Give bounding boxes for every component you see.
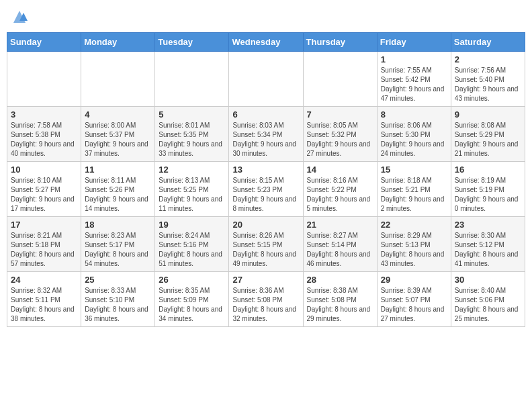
- weekday-header: Saturday: [451, 33, 525, 52]
- day-info: Sunrise: 8:33 AM Sunset: 5:10 PM Dayligh…: [85, 286, 151, 324]
- calendar-week-row: 10Sunrise: 8:10 AM Sunset: 5:27 PM Dayli…: [7, 162, 525, 217]
- page-header: [7, 7, 525, 27]
- day-info: Sunrise: 8:01 AM Sunset: 5:35 PM Dayligh…: [159, 121, 225, 158]
- calendar-cell: 9Sunrise: 8:08 AM Sunset: 5:29 PM Daylig…: [451, 107, 525, 162]
- day-number: 18: [85, 220, 151, 230]
- day-info: Sunrise: 8:13 AM Sunset: 5:25 PM Dayligh…: [159, 176, 225, 214]
- weekday-header: Tuesday: [155, 33, 229, 52]
- day-number: 15: [381, 165, 447, 175]
- day-number: 25: [85, 275, 151, 285]
- calendar-cell: 14Sunrise: 8:16 AM Sunset: 5:22 PM Dayli…: [303, 162, 377, 217]
- day-info: Sunrise: 8:06 AM Sunset: 5:30 PM Dayligh…: [381, 121, 447, 158]
- calendar-cell: 27Sunrise: 8:36 AM Sunset: 5:08 PM Dayli…: [229, 272, 303, 327]
- weekday-header: Friday: [377, 33, 451, 52]
- calendar-week-row: 3Sunrise: 7:58 AM Sunset: 5:38 PM Daylig…: [7, 107, 525, 162]
- weekday-header: Wednesday: [229, 33, 303, 52]
- day-info: Sunrise: 8:15 AM Sunset: 5:23 PM Dayligh…: [232, 176, 299, 214]
- weekday-row: SundayMondayTuesdayWednesdayThursdayFrid…: [7, 33, 525, 52]
- day-number: 5: [159, 109, 225, 120]
- calendar-header: SundayMondayTuesdayWednesdayThursdayFrid…: [7, 33, 525, 52]
- day-number: 6: [232, 109, 299, 120]
- calendar-cell: 30Sunrise: 8:40 AM Sunset: 5:06 PM Dayli…: [451, 272, 525, 327]
- weekday-header: Monday: [81, 33, 155, 52]
- day-number: 12: [159, 165, 225, 175]
- calendar-cell: 16Sunrise: 8:19 AM Sunset: 5:19 PM Dayli…: [451, 162, 525, 217]
- day-number: 17: [11, 220, 77, 230]
- day-number: 1: [381, 54, 447, 64]
- day-info: Sunrise: 8:08 AM Sunset: 5:29 PM Dayligh…: [455, 121, 521, 158]
- day-info: Sunrise: 8:27 AM Sunset: 5:14 PM Dayligh…: [307, 231, 373, 269]
- logo-icon: [9, 7, 30, 27]
- calendar-cell: 3Sunrise: 7:58 AM Sunset: 5:38 PM Daylig…: [7, 107, 81, 162]
- calendar-cell: [229, 52, 303, 107]
- calendar-cell: [303, 52, 377, 107]
- day-info: Sunrise: 8:30 AM Sunset: 5:12 PM Dayligh…: [455, 231, 521, 269]
- day-number: 27: [232, 275, 299, 285]
- calendar-cell: 28Sunrise: 8:38 AM Sunset: 5:08 PM Dayli…: [303, 272, 377, 327]
- calendar-body: 1Sunrise: 7:55 AM Sunset: 5:42 PM Daylig…: [7, 52, 525, 327]
- calendar-cell: 8Sunrise: 8:06 AM Sunset: 5:30 PM Daylig…: [377, 107, 451, 162]
- calendar-cell: [81, 52, 155, 107]
- day-number: 3: [11, 109, 77, 120]
- calendar-week-row: 24Sunrise: 8:32 AM Sunset: 5:11 PM Dayli…: [7, 272, 525, 327]
- day-number: 2: [455, 54, 521, 64]
- calendar-week-row: 1Sunrise: 7:55 AM Sunset: 5:42 PM Daylig…: [7, 52, 525, 107]
- day-info: Sunrise: 8:03 AM Sunset: 5:34 PM Dayligh…: [232, 121, 299, 158]
- calendar-cell: 15Sunrise: 8:18 AM Sunset: 5:21 PM Dayli…: [377, 162, 451, 217]
- day-info: Sunrise: 8:29 AM Sunset: 5:13 PM Dayligh…: [381, 231, 447, 269]
- day-info: Sunrise: 8:21 AM Sunset: 5:18 PM Dayligh…: [11, 231, 77, 269]
- day-number: 22: [381, 220, 447, 230]
- day-number: 4: [85, 109, 151, 120]
- weekday-header: Sunday: [7, 33, 81, 52]
- calendar-cell: 13Sunrise: 8:15 AM Sunset: 5:23 PM Dayli…: [229, 162, 303, 217]
- day-info: Sunrise: 8:11 AM Sunset: 5:26 PM Dayligh…: [85, 176, 151, 214]
- calendar-cell: 23Sunrise: 8:30 AM Sunset: 5:12 PM Dayli…: [451, 217, 525, 272]
- day-info: Sunrise: 8:16 AM Sunset: 5:22 PM Dayligh…: [307, 176, 373, 214]
- logo: [9, 7, 32, 27]
- calendar-cell: 5Sunrise: 8:01 AM Sunset: 5:35 PM Daylig…: [155, 107, 229, 162]
- day-info: Sunrise: 8:23 AM Sunset: 5:17 PM Dayligh…: [85, 231, 151, 269]
- calendar-week-row: 17Sunrise: 8:21 AM Sunset: 5:18 PM Dayli…: [7, 217, 525, 272]
- day-info: Sunrise: 8:00 AM Sunset: 5:37 PM Dayligh…: [85, 121, 151, 158]
- calendar-cell: 24Sunrise: 8:32 AM Sunset: 5:11 PM Dayli…: [7, 272, 81, 327]
- day-info: Sunrise: 8:32 AM Sunset: 5:11 PM Dayligh…: [11, 286, 77, 324]
- day-info: Sunrise: 8:19 AM Sunset: 5:19 PM Dayligh…: [455, 176, 521, 214]
- calendar-cell: 26Sunrise: 8:35 AM Sunset: 5:09 PM Dayli…: [155, 272, 229, 327]
- calendar-cell: 20Sunrise: 8:26 AM Sunset: 5:15 PM Dayli…: [229, 217, 303, 272]
- calendar-cell: 7Sunrise: 8:05 AM Sunset: 5:32 PM Daylig…: [303, 107, 377, 162]
- calendar-cell: [155, 52, 229, 107]
- day-info: Sunrise: 8:18 AM Sunset: 5:21 PM Dayligh…: [381, 176, 447, 214]
- day-number: 19: [159, 220, 225, 230]
- calendar-cell: 18Sunrise: 8:23 AM Sunset: 5:17 PM Dayli…: [81, 217, 155, 272]
- day-number: 11: [85, 165, 151, 175]
- day-number: 7: [307, 109, 373, 120]
- day-number: 8: [381, 109, 447, 120]
- calendar-cell: 6Sunrise: 8:03 AM Sunset: 5:34 PM Daylig…: [229, 107, 303, 162]
- day-number: 14: [307, 165, 373, 175]
- calendar-cell: 19Sunrise: 8:24 AM Sunset: 5:16 PM Dayli…: [155, 217, 229, 272]
- day-info: Sunrise: 8:35 AM Sunset: 5:09 PM Dayligh…: [159, 286, 225, 324]
- calendar-cell: 21Sunrise: 8:27 AM Sunset: 5:14 PM Dayli…: [303, 217, 377, 272]
- calendar-cell: 25Sunrise: 8:33 AM Sunset: 5:10 PM Dayli…: [81, 272, 155, 327]
- day-number: 23: [455, 220, 521, 230]
- day-info: Sunrise: 7:56 AM Sunset: 5:40 PM Dayligh…: [455, 66, 521, 103]
- day-number: 13: [232, 165, 299, 175]
- day-number: 30: [455, 275, 521, 285]
- calendar-cell: 17Sunrise: 8:21 AM Sunset: 5:18 PM Dayli…: [7, 217, 81, 272]
- day-number: 16: [455, 165, 521, 175]
- day-number: 29: [381, 275, 447, 285]
- calendar-cell: 1Sunrise: 7:55 AM Sunset: 5:42 PM Daylig…: [377, 52, 451, 107]
- day-info: Sunrise: 7:58 AM Sunset: 5:38 PM Dayligh…: [11, 121, 77, 158]
- calendar-cell: 11Sunrise: 8:11 AM Sunset: 5:26 PM Dayli…: [81, 162, 155, 217]
- calendar-cell: 29Sunrise: 8:39 AM Sunset: 5:07 PM Dayli…: [377, 272, 451, 327]
- calendar-cell: 12Sunrise: 8:13 AM Sunset: 5:25 PM Dayli…: [155, 162, 229, 217]
- day-info: Sunrise: 8:40 AM Sunset: 5:06 PM Dayligh…: [455, 286, 521, 324]
- day-info: Sunrise: 8:10 AM Sunset: 5:27 PM Dayligh…: [11, 176, 77, 214]
- day-info: Sunrise: 8:36 AM Sunset: 5:08 PM Dayligh…: [232, 286, 299, 324]
- day-info: Sunrise: 8:05 AM Sunset: 5:32 PM Dayligh…: [307, 121, 373, 158]
- day-number: 9: [455, 109, 521, 120]
- day-number: 26: [159, 275, 225, 285]
- day-info: Sunrise: 8:24 AM Sunset: 5:16 PM Dayligh…: [159, 231, 225, 269]
- calendar-cell: 22Sunrise: 8:29 AM Sunset: 5:13 PM Dayli…: [377, 217, 451, 272]
- calendar-cell: 2Sunrise: 7:56 AM Sunset: 5:40 PM Daylig…: [451, 52, 525, 107]
